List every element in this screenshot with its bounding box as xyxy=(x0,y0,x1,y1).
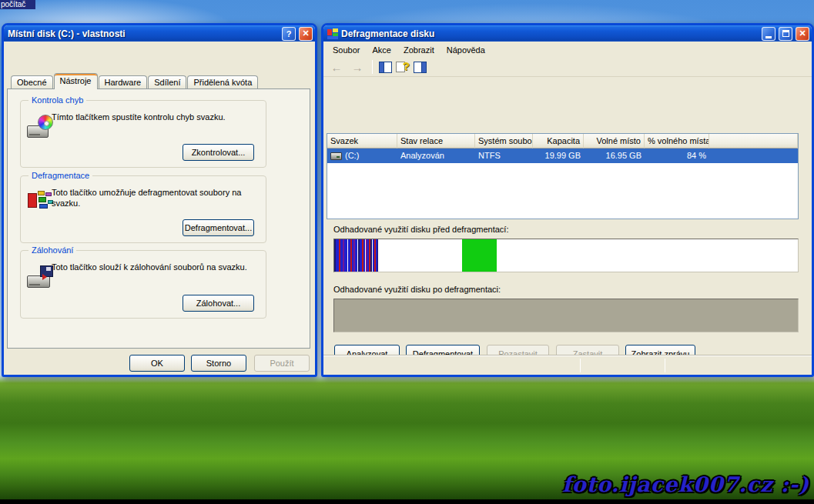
defrag-group: Defragmentace Toto tlačítko umožňuje def… xyxy=(20,175,266,243)
col-system-souboru[interactable]: Systém souborů xyxy=(475,134,533,149)
close-button[interactable]: ✕ xyxy=(299,27,313,41)
listview-header: Svazek Stav relace Systém souborů Kapaci… xyxy=(327,134,798,149)
disk-check-icon xyxy=(27,115,55,139)
tab-obecne[interactable]: Obecné xyxy=(11,75,53,89)
desktop: počítač Místní disk (C:) - vlastnosti ? … xyxy=(0,0,814,504)
statusbar-divider xyxy=(580,359,581,372)
col-volne-misto[interactable]: Volné místo xyxy=(584,134,645,149)
properties-title: Místní disk (C:) - vlastnosti xyxy=(8,28,279,39)
cell-volume: (C:) xyxy=(327,149,397,163)
usage-bar-before xyxy=(333,239,799,272)
cell-filesystem: NTFS xyxy=(475,149,533,163)
cancel-button[interactable]: Storno xyxy=(191,355,246,372)
error-check-text: Tímto tlačítkem spustíte kontrolu chyb s… xyxy=(52,112,250,122)
col-pct-volneho-mista[interactable]: % volného místa xyxy=(645,134,709,149)
col-kapacita[interactable]: Kapacita xyxy=(533,134,584,149)
backup-text: Toto tlačítko slouží k zálohování soubor… xyxy=(52,262,250,272)
tools-tab-page: Kontrola chyb Tímto tlačítkem spustíte k… xyxy=(7,88,310,349)
unmovable-block xyxy=(462,239,497,272)
tab-strip: Obecné Nástroje Hardware Sdílení Přiděle… xyxy=(8,73,259,89)
volume-row-c[interactable]: (C:) Analyzován NTFS 19.99 GB 16.95 GB 8… xyxy=(327,149,798,163)
cell-capacity: 19.99 GB xyxy=(533,149,584,163)
menubar: Soubor Akce Zobrazit Nápověda xyxy=(323,42,812,58)
error-check-group: Kontrola chyb Tímto tlačítkem spustíte k… xyxy=(20,100,266,168)
defrag-title: Defragmentace disku xyxy=(341,28,759,39)
before-bar-label: Odhadované využití disku před defragment… xyxy=(333,225,508,234)
tab-hardware[interactable]: Hardware xyxy=(99,75,148,89)
minimize-button[interactable] xyxy=(762,27,775,41)
defrag-icon xyxy=(27,190,55,215)
console-tree-icon[interactable] xyxy=(379,62,392,73)
defrag-text: Toto tlačítko umožňuje defragmentovat so… xyxy=(52,187,250,209)
back-icon[interactable]: ← xyxy=(328,61,345,74)
before-bar-stripes xyxy=(334,239,378,272)
menu-zobrazit[interactable]: Zobrazit xyxy=(397,43,440,57)
help-button[interactable]: ? xyxy=(282,27,296,41)
statusbar xyxy=(323,355,812,375)
col-filler xyxy=(709,134,798,149)
properties-titlebar[interactable]: Místní disk (C:) - vlastnosti ? ✕ xyxy=(4,25,315,42)
tab-sdileni[interactable]: Sdílení xyxy=(148,75,186,89)
pane-right-icon[interactable] xyxy=(414,62,427,73)
tab-pridelena-kvota[interactable]: Přidělená kvóta xyxy=(187,75,258,89)
properties-dialog: Místní disk (C:) - vlastnosti ? ✕ Obecné… xyxy=(2,23,317,377)
defragment-button[interactable]: Defragmentovat... xyxy=(183,219,254,236)
menu-napoveda[interactable]: Nápověda xyxy=(440,43,491,57)
forward-icon[interactable]: → xyxy=(349,61,366,74)
watermark: foto.ijacek007.cz :-) xyxy=(562,472,809,496)
desktop-icon-label-fragment: počítač xyxy=(0,0,35,9)
error-check-group-title: Kontrola chyb xyxy=(28,95,86,105)
menu-soubor[interactable]: Soubor xyxy=(327,43,366,57)
backup-button[interactable]: Zálohovat... xyxy=(183,295,254,312)
statusbar-divider xyxy=(665,359,665,372)
volume-listview: Svazek Stav relace Systém souborů Kapaci… xyxy=(327,133,799,219)
cell-status: Analyzován xyxy=(397,149,475,163)
defrag-app-icon xyxy=(327,28,338,39)
bottom-black-strip xyxy=(0,499,814,504)
defrag-titlebar[interactable]: Defragmentace disku ✕ xyxy=(323,25,812,42)
after-bar-label: Odhadované využití disku po defragmentac… xyxy=(333,285,501,294)
menu-akce[interactable]: Akce xyxy=(366,43,397,57)
check-now-button[interactable]: Zkontrolovat... xyxy=(183,144,254,161)
maximize-button[interactable] xyxy=(779,27,792,41)
defrag-window: Defragmentace disku ✕ Soubor Akce Zobraz… xyxy=(321,23,814,377)
defrag-group-title: Defragmentace xyxy=(28,171,92,180)
backup-icon xyxy=(27,265,55,289)
usage-bar-after xyxy=(333,299,799,332)
close-button[interactable]: ✕ xyxy=(796,27,809,41)
ok-button[interactable]: OK xyxy=(129,355,185,372)
backup-group-title: Zálohování xyxy=(28,245,76,255)
apply-button[interactable]: Použít xyxy=(254,355,310,372)
tab-nastroje[interactable]: Nástroje xyxy=(54,73,98,89)
cell-freespace: 16.95 GB xyxy=(584,149,645,163)
cell-pct-free: 84 % xyxy=(645,149,709,163)
backup-group: Zálohování Toto tlačítko slouží k záloho… xyxy=(20,250,266,319)
toolbar-help-icon[interactable]: ? xyxy=(396,61,410,73)
col-svazek[interactable]: Svazek xyxy=(327,134,397,149)
dialog-footer: OK Storno Použít xyxy=(4,355,315,372)
drive-icon xyxy=(330,152,342,160)
toolbar: ← → ? xyxy=(323,58,812,77)
toolbar-separator xyxy=(372,60,373,74)
col-stav-relace[interactable]: Stav relace xyxy=(397,134,475,149)
